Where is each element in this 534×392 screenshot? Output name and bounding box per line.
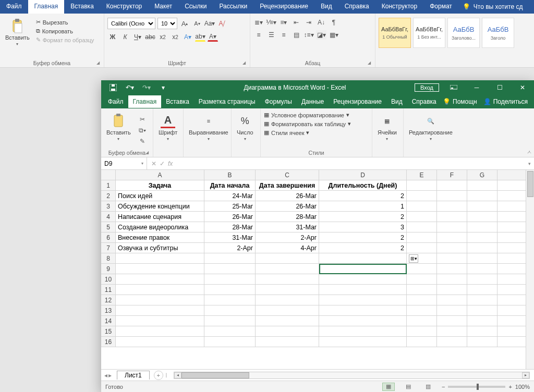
sheet-nav-prev-icon[interactable]: ◂ <box>104 372 107 379</box>
cell[interactable] <box>437 232 467 242</box>
ex-format-painter-icon[interactable]: ✎ <box>137 137 148 146</box>
select-all-corner[interactable] <box>101 170 116 180</box>
cell[interactable] <box>116 316 204 326</box>
cell[interactable] <box>467 243 497 253</box>
excel-tab-Вставка[interactable]: Вставка <box>161 95 194 108</box>
cell[interactable] <box>116 285 204 295</box>
zoom-slider[interactable]: − + 100% <box>442 384 530 390</box>
cell[interactable] <box>256 337 319 347</box>
dialog-launcher-icon[interactable]: ◢ <box>242 60 246 65</box>
cell[interactable] <box>116 274 204 284</box>
ex-align-button[interactable]: ≡Выравнивание▾ <box>187 113 230 142</box>
cell[interactable] <box>204 274 256 284</box>
word-tab-Ссылки[interactable]: Ссылки <box>178 0 213 14</box>
word-tab-Рецензирование[interactable]: Рецензирование <box>253 0 314 14</box>
sort-icon[interactable]: A↓ <box>316 18 326 27</box>
col-header-D[interactable]: D <box>319 170 407 180</box>
cell[interactable]: 2 <box>319 191 407 201</box>
dialog-launcher-icon[interactable]: ◢ <box>145 150 149 155</box>
cell[interactable] <box>204 316 256 326</box>
font-name-combo[interactable]: Calibri (Осно <box>107 18 155 29</box>
word-tab-Конструктор[interactable]: Конструктор <box>375 0 423 14</box>
style-tile[interactable]: АаБбВЗаголово... <box>447 18 480 48</box>
row-header[interactable]: 16 <box>101 337 116 347</box>
scroll-right-icon[interactable]: ▸ <box>522 372 529 378</box>
font-color-icon[interactable]: A▾ <box>208 32 218 42</box>
cell[interactable] <box>407 222 437 232</box>
tell-me-button[interactable]: 💡Помощн <box>443 98 477 105</box>
cell[interactable] <box>116 264 204 274</box>
shrink-font-icon[interactable]: A▾ <box>192 19 202 28</box>
row-header[interactable]: 11 <box>101 285 116 295</box>
word-tab-Конструктор[interactable]: Конструктор <box>100 0 148 14</box>
cell[interactable] <box>256 326 319 336</box>
align-left-icon[interactable]: ≡ <box>253 30 264 40</box>
show-marks-icon[interactable]: ¶ <box>329 18 339 27</box>
font-size-combo[interactable]: 10 <box>157 18 177 29</box>
indent-dec-icon[interactable]: ⇤ <box>291 18 301 27</box>
col-header-F[interactable]: F <box>437 170 467 180</box>
cell[interactable]: Написание сценария <box>116 212 204 222</box>
cell[interactable] <box>256 274 319 284</box>
format-painter-button[interactable]: ✎Формат по образцу <box>36 36 94 43</box>
spreadsheet-grid[interactable]: ABCDEFG 1ЗадачаДата началаДата завершени… <box>101 170 534 369</box>
cell[interactable] <box>319 316 407 326</box>
share-button[interactable]: 👤Поделиться <box>483 98 528 105</box>
ex-edit-button[interactable]: 🔍Редактирование▾ <box>407 113 455 142</box>
excel-tab-Данные[interactable]: Данные <box>297 95 329 108</box>
cell[interactable]: Дата начала <box>204 180 256 190</box>
cell[interactable]: 28-Mar <box>256 212 319 222</box>
cell[interactable] <box>204 253 256 263</box>
cell[interactable] <box>407 305 437 315</box>
col-header-E[interactable]: E <box>407 170 437 180</box>
collapse-ribbon-icon[interactable]: ㅅ <box>527 149 532 156</box>
cell[interactable] <box>467 201 497 211</box>
cell[interactable]: 2 <box>319 212 407 222</box>
line-spacing-icon[interactable]: ↕≡▾ <box>304 30 314 40</box>
cell[interactable] <box>467 232 497 242</box>
qat-custom-icon[interactable]: ▾ <box>156 82 170 93</box>
style-tile[interactable]: АаБбВвГг,1 Обычный <box>379 18 411 48</box>
cut-button[interactable]: ✂Вырезать <box>36 19 94 26</box>
cell[interactable] <box>116 295 204 305</box>
cell[interactable] <box>407 232 437 242</box>
cell[interactable] <box>407 316 437 326</box>
cell[interactable] <box>467 305 497 315</box>
cell[interactable]: 2-Apr <box>204 243 256 253</box>
cell[interactable] <box>407 326 437 336</box>
ex-cut-icon[interactable]: ✂ <box>137 115 148 124</box>
cancel-icon[interactable]: ✕ <box>151 160 156 167</box>
cell[interactable] <box>467 274 497 284</box>
row-header[interactable]: 12 <box>101 295 116 305</box>
cell[interactable] <box>204 295 256 305</box>
copy-button[interactable]: ⧉Копировать <box>36 28 94 34</box>
row-header[interactable]: 4 <box>101 212 116 222</box>
cell[interactable] <box>407 285 437 295</box>
highlight-icon[interactable]: ab▾ <box>195 32 205 42</box>
word-tab-Формат[interactable]: Формат <box>423 0 458 14</box>
cell[interactable]: 2 <box>319 232 407 242</box>
cell[interactable] <box>467 180 497 190</box>
cell[interactable] <box>437 191 467 201</box>
cell[interactable] <box>467 264 497 274</box>
align-right-icon[interactable]: ≡ <box>278 30 289 40</box>
cell[interactable] <box>407 201 437 211</box>
redo-icon[interactable]: ↷▾ <box>140 82 153 93</box>
expand-fbar-icon[interactable]: ▾ <box>525 161 534 166</box>
dialog-launcher-icon[interactable]: ◢ <box>368 60 371 65</box>
cell[interactable] <box>467 253 497 263</box>
cell[interactable]: 28-Mar <box>204 222 256 232</box>
view-normal-icon[interactable]: ▦ <box>382 383 395 391</box>
row-header[interactable]: 10 <box>101 274 116 284</box>
row-header[interactable]: 9 <box>101 264 116 274</box>
cell[interactable]: Длительность (Дней) <box>319 180 407 190</box>
autofill-options-icon[interactable]: ⊞▾ <box>409 254 418 263</box>
cell[interactable] <box>467 326 497 336</box>
cell[interactable] <box>204 326 256 336</box>
cell[interactable] <box>319 305 407 315</box>
cell[interactable]: Озвучка и субтитры <box>116 243 204 253</box>
cell[interactable] <box>319 326 407 336</box>
paste-button[interactable]: Вставить ▾ <box>3 18 32 47</box>
col-header-A[interactable]: A <box>116 170 204 180</box>
style-tile[interactable]: АаБбВвГг,1 Без инт... <box>413 18 445 48</box>
